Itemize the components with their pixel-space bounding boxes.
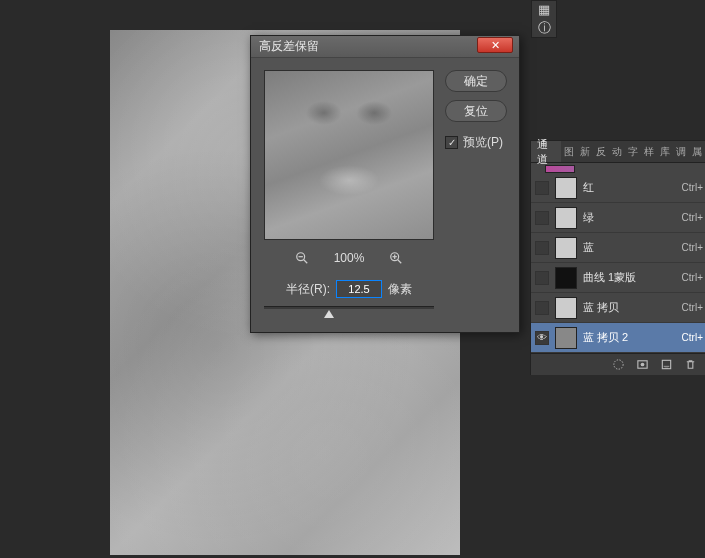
- tab-other-4[interactable]: 字: [625, 141, 641, 162]
- filter-preview[interactable]: [264, 70, 434, 240]
- tab-other-2[interactable]: 反: [593, 141, 609, 162]
- high-pass-dialog: 高反差保留 ✕ 100% 半径(R): 像素: [250, 35, 520, 333]
- channel-row-blue-copy-2[interactable]: 蓝 拷贝 2 Ctrl+: [531, 323, 705, 353]
- reset-button[interactable]: 复位: [445, 100, 507, 122]
- preview-checkbox-label: 预览(P): [463, 134, 503, 151]
- channel-list: 红 Ctrl+ 绿 Ctrl+ 蓝 Ctrl+ 曲线 1蒙版 Ctrl+ 蓝 拷…: [531, 173, 705, 353]
- new-channel-icon[interactable]: [659, 358, 673, 372]
- zoom-out-icon: [295, 251, 309, 265]
- channel-row-green[interactable]: 绿 Ctrl+: [531, 203, 705, 233]
- svg-rect-10: [662, 360, 670, 368]
- visibility-toggle[interactable]: [535, 271, 549, 285]
- channel-thumb: [555, 267, 577, 289]
- channel-thumb: [555, 177, 577, 199]
- svg-line-1: [303, 260, 307, 264]
- tab-other-5[interactable]: 样: [641, 141, 657, 162]
- channel-row-blue[interactable]: 蓝 Ctrl+: [531, 233, 705, 263]
- tab-other-3[interactable]: 动: [609, 141, 625, 162]
- visibility-toggle[interactable]: [535, 301, 549, 315]
- zoom-out-button[interactable]: [294, 250, 310, 266]
- channel-shortcut: Ctrl+: [682, 212, 703, 223]
- zoom-level: 100%: [334, 251, 365, 265]
- tab-channels[interactable]: 通道: [531, 141, 561, 162]
- radius-unit: 像素: [388, 281, 412, 298]
- panel-tabs: 通道 图 新 反 动 字 样 库 调 属: [531, 141, 705, 163]
- channel-shortcut: Ctrl+: [682, 302, 703, 313]
- preview-checkbox[interactable]: ✓: [445, 136, 458, 149]
- slider-thumb[interactable]: [324, 310, 334, 318]
- channel-thumb: [555, 327, 577, 349]
- tab-other-7[interactable]: 调: [673, 141, 689, 162]
- zoom-in-icon: [389, 251, 403, 265]
- histogram-icon[interactable]: ▦: [532, 1, 556, 19]
- channel-shortcut: Ctrl+: [682, 332, 703, 343]
- channel-thumb: [555, 297, 577, 319]
- radius-label: 半径(R):: [286, 281, 330, 298]
- dialog-title: 高反差保留: [259, 38, 319, 55]
- visibility-toggle[interactable]: [535, 241, 549, 255]
- svg-line-4: [398, 260, 402, 264]
- channel-shortcut: Ctrl+: [682, 182, 703, 193]
- load-selection-icon[interactable]: [611, 358, 625, 372]
- slider-track: [264, 306, 434, 309]
- svg-point-9: [640, 363, 644, 367]
- channel-thumb: [555, 207, 577, 229]
- ok-button[interactable]: 确定: [445, 70, 507, 92]
- svg-point-7: [613, 360, 622, 369]
- visibility-toggle[interactable]: [535, 211, 549, 225]
- channel-row-red[interactable]: 红 Ctrl+: [531, 173, 705, 203]
- tab-other-6[interactable]: 库: [657, 141, 673, 162]
- channels-panel: 通道 图 新 反 动 字 样 库 调 属 红 Ctrl+ 绿 Ctrl+ 蓝 C…: [530, 140, 705, 375]
- zoom-in-button[interactable]: [388, 250, 404, 266]
- panel-footer: [531, 353, 705, 375]
- tab-other-0[interactable]: 图: [561, 141, 577, 162]
- tab-other-8[interactable]: 属: [689, 141, 705, 162]
- tab-other-1[interactable]: 新: [577, 141, 593, 162]
- radius-slider[interactable]: [264, 304, 434, 320]
- info-icon[interactable]: ⓘ: [532, 19, 556, 37]
- channel-shortcut: Ctrl+: [682, 242, 703, 253]
- delete-channel-icon[interactable]: [683, 358, 697, 372]
- save-selection-icon[interactable]: [635, 358, 649, 372]
- close-button[interactable]: ✕: [477, 37, 513, 53]
- channel-shortcut: Ctrl+: [682, 272, 703, 283]
- radius-input[interactable]: [336, 280, 382, 298]
- visibility-toggle[interactable]: [535, 181, 549, 195]
- dialog-titlebar[interactable]: 高反差保留 ✕: [251, 36, 519, 58]
- channel-row-curves-mask[interactable]: 曲线 1蒙版 Ctrl+: [531, 263, 705, 293]
- visibility-toggle[interactable]: [535, 331, 549, 345]
- collapsed-panel-icons: ▦ ⓘ: [531, 0, 557, 38]
- channel-row-blue-copy[interactable]: 蓝 拷贝 Ctrl+: [531, 293, 705, 323]
- channel-thumb: [555, 237, 577, 259]
